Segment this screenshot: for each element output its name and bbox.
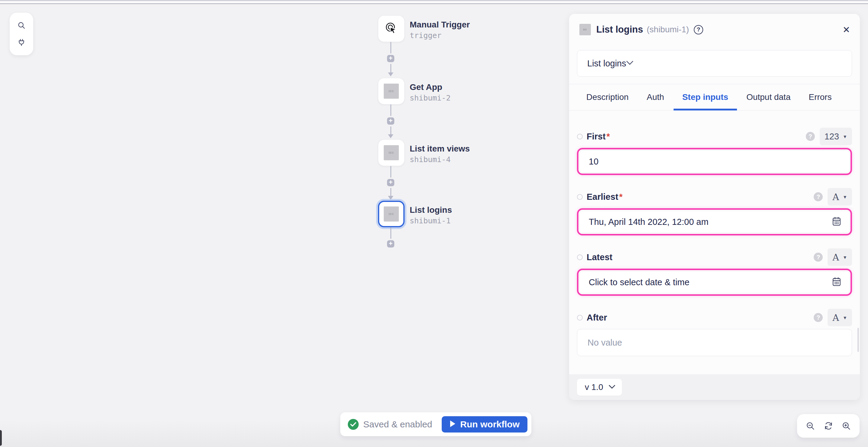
connector-line [391,188,391,196]
node-title: List logins [410,205,452,215]
field-label-row: Earliest * ? A ▼ [577,188,852,206]
field-label: First [587,132,606,141]
zoom-out-icon[interactable] [806,421,815,431]
panel-scrollbar[interactable] [858,328,859,352]
connector-arrow-icon [388,72,393,76]
connector-arrow-icon [388,196,393,200]
type-selector-text[interactable]: A ▼ [828,309,852,326]
tab-errors[interactable]: Errors [808,84,832,110]
required-asterisk: * [619,192,623,202]
node-subtitle: shibumi-1 [410,216,452,226]
field-radio[interactable] [577,134,583,139]
tab-output-data[interactable]: Output data [746,84,790,110]
version-select[interactable]: v 1.0 [577,379,622,396]
tab-description[interactable]: Description [586,84,628,110]
field-label: Latest [587,252,612,262]
app-thumbnail [579,24,591,35]
saved-check-icon [348,419,359,430]
type-selector-number[interactable]: 123 ▼ [820,128,852,145]
action-select[interactable]: List logins [577,50,852,77]
node-subtitle: shibumi-4 [410,155,470,164]
node-list-logins[interactable] [378,201,405,227]
app-placeholder-image [384,145,399,160]
caret-down-icon: ▼ [843,194,847,199]
saved-status-label: Saved & enabled [363,419,432,429]
type-selector-text[interactable]: A ▼ [828,188,852,205]
add-step-button[interactable]: + [387,55,394,62]
help-icon[interactable]: ? [814,253,823,262]
help-icon[interactable]: ? [814,192,823,201]
tab-step-inputs[interactable]: Step inputs [682,84,728,110]
help-icon[interactable]: ? [694,25,703,34]
field-label: Earliest [587,192,618,202]
node-label-manual-trigger: Manual Trigger trigger [410,20,470,40]
canvas-zoom-controls [797,414,860,438]
after-input[interactable]: No value [577,329,852,356]
panel-subtitle: (shibumi-1) [647,25,689,34]
type-selector-text[interactable]: A ▼ [828,248,852,266]
close-icon[interactable]: ✕ [843,25,850,35]
tab-auth[interactable]: Auth [647,84,664,110]
field-label-row: After ? A ▼ [577,309,852,326]
node-manual-trigger[interactable] [378,15,405,42]
first-input-wrapper [577,148,852,175]
required-asterisk: * [607,132,610,141]
caret-down-icon: ▼ [843,134,847,139]
after-placeholder: No value [588,338,622,348]
zoom-in-icon[interactable] [841,421,851,431]
step-properties-panel: List logins (shibumi-1) ? ✕ List logins … [569,14,860,400]
app-placeholder-image [384,84,399,99]
connector-line [391,166,391,178]
node-label-list-item-views: List item views shibumi-4 [410,144,470,164]
node-title: Manual Trigger [410,20,470,30]
search-icon[interactable] [17,21,26,30]
calendar-icon[interactable] [832,216,841,228]
field-first: First * ? 123 ▼ [577,127,852,175]
play-icon [450,419,456,429]
field-label: After [587,313,607,323]
panel-title: List logins [596,24,643,35]
run-workflow-button[interactable]: Run workflow [442,416,527,433]
node-label-list-logins: List logins shibumi-1 [410,205,452,226]
node-get-app[interactable] [378,78,405,104]
version-label: v 1.0 [585,382,603,392]
chevron-down-icon [609,385,615,390]
window-top-stripe [0,3,868,4]
latest-input-wrapper: Click to select date & time [577,268,852,296]
field-earliest: Earliest * ? A ▼ Thu, April 14th 2022, 1… [577,188,852,235]
connector-line [391,126,391,134]
add-step-button[interactable]: + [387,240,394,248]
node-label-get-app: Get App shibumi-2 [410,82,451,103]
node-subtitle: shibumi-2 [410,93,451,103]
field-radio[interactable] [577,254,583,260]
chevron-down-icon [626,61,633,66]
latest-datetime-value[interactable]: Click to select date & time [589,277,689,287]
cursor-click-icon [384,21,399,36]
help-icon[interactable]: ? [806,132,815,141]
workflow-editor: Manual Trigger trigger + Get App shibumi… [0,0,868,447]
first-input[interactable] [589,157,841,167]
add-step-button[interactable]: + [387,118,394,125]
window-corner [0,430,2,446]
node-title: Get App [410,82,451,92]
help-icon[interactable]: ? [814,313,823,322]
node-subtitle: trigger [410,31,470,40]
caret-down-icon: ▼ [843,255,847,260]
calendar-icon[interactable] [832,277,841,288]
node-title: List item views [410,144,470,154]
refresh-icon[interactable] [824,421,833,431]
earliest-datetime-value[interactable]: Thu, April 14th 2022, 12:00 am [589,217,709,227]
connector-arrow-icon [388,134,393,138]
connector-line [391,104,391,116]
plug-icon[interactable] [17,38,26,47]
step-inputs-form: First * ? 123 ▼ [569,110,860,356]
workflow-statusbar: Saved & enabled Run workflow [340,412,531,436]
field-after: After ? A ▼ No value [577,309,852,356]
field-radio[interactable] [577,315,583,321]
action-select-value: List logins [587,59,626,68]
panel-tabs: Description Auth Step inputs Output data… [569,84,860,110]
node-list-item-views[interactable] [378,139,405,166]
field-radio[interactable] [577,194,583,200]
caret-down-icon: ▼ [843,315,847,320]
add-step-button[interactable]: + [387,179,394,186]
